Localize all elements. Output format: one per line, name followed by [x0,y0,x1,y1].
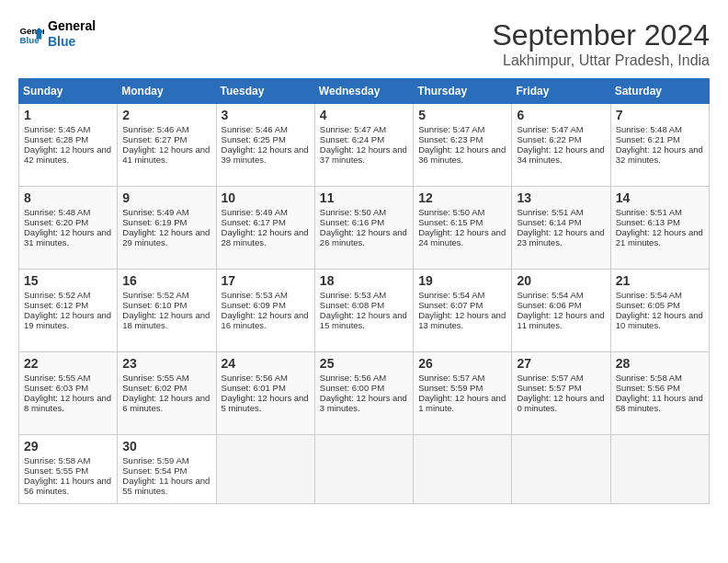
header-monday: Monday [118,79,216,104]
calendar-cell-17: 17Sunrise: 5:53 AMSunset: 6:09 PMDayligh… [216,270,314,352]
calendar-cell-26: 26Sunrise: 5:57 AMSunset: 5:59 PMDayligh… [414,352,512,435]
calendar-cell-5: 5Sunrise: 5:47 AMSunset: 6:23 PMDaylight… [414,104,512,187]
calendar-cell-6: 6Sunrise: 5:47 AMSunset: 6:22 PMDaylight… [512,104,610,187]
calendar-cell-7: 7Sunrise: 5:48 AMSunset: 6:21 PMDaylight… [610,104,709,187]
calendar-cell-27: 27Sunrise: 5:57 AMSunset: 5:57 PMDayligh… [512,352,610,435]
calendar-cell-9: 9Sunrise: 5:49 AMSunset: 6:19 PMDaylight… [118,187,216,270]
calendar-week-5: 29Sunrise: 5:58 AMSunset: 5:55 PMDayligh… [19,435,710,504]
calendar-subtitle: Lakhimpur, Uttar Pradesh, India [492,52,710,69]
header-thursday: Thursday [414,79,512,104]
header-friday: Friday [512,79,610,104]
logo-general: General [48,18,96,34]
calendar-cell-15: 15Sunrise: 5:52 AMSunset: 6:12 PMDayligh… [19,270,118,352]
calendar-table: Sunday Monday Tuesday Wednesday Thursday… [18,78,710,504]
calendar-cell-23: 23Sunrise: 5:55 AMSunset: 6:02 PMDayligh… [118,352,216,435]
calendar-cell-22: 22Sunrise: 5:55 AMSunset: 6:03 PMDayligh… [19,352,118,435]
calendar-week-1: 1Sunrise: 5:45 AMSunset: 6:28 PMDaylight… [19,104,710,187]
logo-blue: Blue [48,34,96,50]
calendar-cell-empty-4-4 [414,435,512,504]
calendar-cell-empty-4-3 [314,435,413,504]
calendar-cell-14: 14Sunrise: 5:51 AMSunset: 6:13 PMDayligh… [610,187,709,270]
calendar-cell-21: 21Sunrise: 5:54 AMSunset: 6:05 PMDayligh… [610,270,709,352]
logo-icon: General Blue [18,21,44,47]
calendar-cell-16: 16Sunrise: 5:52 AMSunset: 6:10 PMDayligh… [118,270,216,352]
title-area: September 2024 Lakhimpur, Uttar Pradesh,… [492,18,710,69]
calendar-cell-28: 28Sunrise: 5:58 AMSunset: 5:56 PMDayligh… [610,352,709,435]
calendar-cell-11: 11Sunrise: 5:50 AMSunset: 6:16 PMDayligh… [314,187,413,270]
header-wednesday: Wednesday [314,79,413,104]
calendar-cell-12: 12Sunrise: 5:50 AMSunset: 6:15 PMDayligh… [414,187,512,270]
calendar-title: September 2024 [492,18,710,52]
calendar-cell-8: 8Sunrise: 5:48 AMSunset: 6:20 PMDaylight… [19,187,118,270]
calendar-cell-empty-4-5 [512,435,610,504]
calendar-week-4: 22Sunrise: 5:55 AMSunset: 6:03 PMDayligh… [19,352,710,435]
calendar-cell-29: 29Sunrise: 5:58 AMSunset: 5:55 PMDayligh… [19,435,118,504]
calendar-cell-19: 19Sunrise: 5:54 AMSunset: 6:07 PMDayligh… [414,270,512,352]
header-saturday: Saturday [610,79,709,104]
calendar-cell-3: 3Sunrise: 5:46 AMSunset: 6:25 PMDaylight… [216,104,314,187]
calendar-cell-24: 24Sunrise: 5:56 AMSunset: 6:01 PMDayligh… [216,352,314,435]
header-sunday: Sunday [19,79,118,104]
calendar-cell-30: 30Sunrise: 5:59 AMSunset: 5:54 PMDayligh… [118,435,216,504]
calendar-cell-18: 18Sunrise: 5:53 AMSunset: 6:08 PMDayligh… [314,270,413,352]
header-row: Sunday Monday Tuesday Wednesday Thursday… [19,79,710,104]
header: General Blue General Blue September 2024… [18,18,710,69]
header-tuesday: Tuesday [216,79,314,104]
calendar-week-3: 15Sunrise: 5:52 AMSunset: 6:12 PMDayligh… [19,270,710,352]
calendar-cell-4: 4Sunrise: 5:47 AMSunset: 6:24 PMDaylight… [314,104,413,187]
calendar-cell-20: 20Sunrise: 5:54 AMSunset: 6:06 PMDayligh… [512,270,610,352]
calendar-cell-1: 1Sunrise: 5:45 AMSunset: 6:28 PMDaylight… [19,104,118,187]
calendar-cell-empty-4-6 [610,435,709,504]
calendar-week-2: 8Sunrise: 5:48 AMSunset: 6:20 PMDaylight… [19,187,710,270]
logo: General Blue General Blue [18,18,96,50]
calendar-cell-2: 2Sunrise: 5:46 AMSunset: 6:27 PMDaylight… [118,104,216,187]
calendar-cell-empty-4-2 [216,435,314,504]
calendar-cell-10: 10Sunrise: 5:49 AMSunset: 6:17 PMDayligh… [216,187,314,270]
calendar-cell-25: 25Sunrise: 5:56 AMSunset: 6:00 PMDayligh… [314,352,413,435]
calendar-cell-13: 13Sunrise: 5:51 AMSunset: 6:14 PMDayligh… [512,187,610,270]
